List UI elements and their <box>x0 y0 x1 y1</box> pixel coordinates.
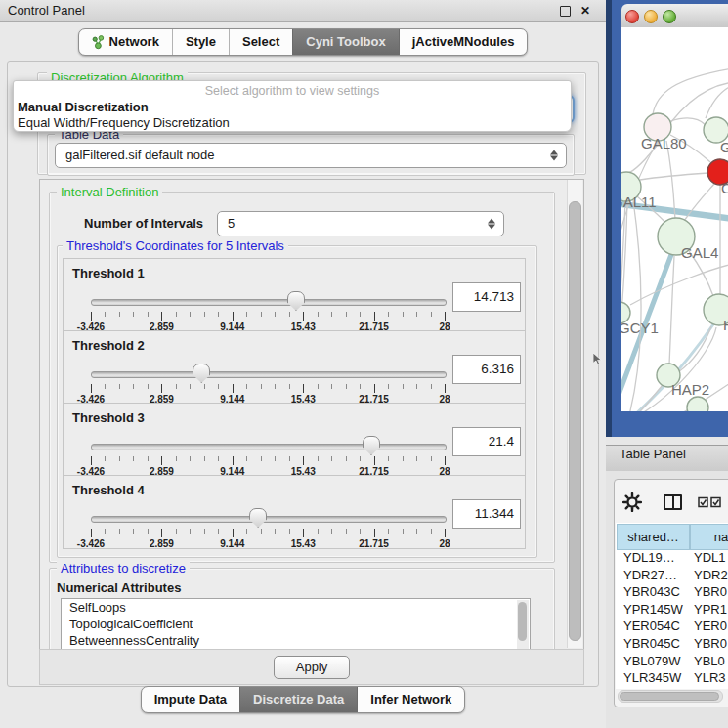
tab-select[interactable]: Select <box>229 29 292 55</box>
tab-impute-data[interactable]: Impute Data <box>142 687 239 712</box>
node-label-gal4: GAL4 <box>681 244 718 261</box>
attribute-list-item[interactable]: SelfLoops <box>62 599 530 616</box>
application-window: Control Panel ✕ Network Style Sel <box>0 0 728 728</box>
threshold-value-field[interactable]: 14.713 <box>452 282 521 312</box>
slider-tick-labels: -3.4262.8599.14415.4321.71528 <box>91 538 445 550</box>
vertical-scrollbar-thumb[interactable] <box>569 201 581 641</box>
tick-label: -3.426 <box>77 538 105 549</box>
threshold-slider[interactable]: -3.4262.8599.14415.4321.71528 <box>91 290 445 329</box>
gear-icon[interactable] <box>622 492 642 512</box>
apply-bar: Apply <box>39 649 584 685</box>
apply-button[interactable]: Apply <box>274 656 350 679</box>
attribute-list-item[interactable]: TopologicalCoefficient <box>62 616 530 632</box>
cell-name: YDL1 <box>694 549 726 567</box>
threshold-slider[interactable]: -3.4262.8599.14415.4321.71528 <box>91 507 445 546</box>
tick-label: 28 <box>439 538 450 549</box>
threshold-label: Threshold 3 <box>72 410 145 425</box>
cell-name: YDR2 <box>694 567 728 584</box>
cell-shared-name: YER054C <box>623 618 680 635</box>
threshold-slider[interactable]: -3.4262.8599.14415.4321.71528 <box>91 363 445 402</box>
table-row[interactable]: YBR045CYBR0 <box>616 635 728 653</box>
tick-label: 15.43 <box>291 538 316 549</box>
table-horizontal-scrollbar-thumb[interactable] <box>620 692 719 701</box>
table-row[interactable]: YDL19…YDL1 <box>616 549 728 567</box>
algorithm-dropdown-popup: Select algorithm to view settings Manual… <box>13 80 572 132</box>
tab-label: Infer Network <box>370 687 451 712</box>
threshold-value-field[interactable]: 11.344 <box>452 499 521 529</box>
slider-thumb-icon[interactable] <box>287 291 305 311</box>
split-columns-icon[interactable] <box>664 494 682 510</box>
close-icon[interactable]: ✕ <box>580 3 590 19</box>
node-label-gal80: GAL80 <box>641 135 687 151</box>
node-label-g: G <box>720 139 728 155</box>
table-row[interactable]: YBR043CYBR0 <box>616 583 728 601</box>
cell-shared-name: YBR043C <box>623 583 680 601</box>
table-row[interactable]: YPR145WYPR1 <box>616 601 728 619</box>
select-columns-icon[interactable] <box>698 496 725 508</box>
table-row[interactable]: YBL079WYBL0 <box>616 653 728 670</box>
slider-track[interactable] <box>91 371 447 378</box>
attr-items: SelfLoopsTopologicalCoefficientBetweenne… <box>62 599 530 649</box>
attributes-scrollbar-thumb[interactable] <box>518 602 527 641</box>
tab-discretize-data[interactable]: Discretize Data <box>239 687 357 712</box>
float-window-icon[interactable] <box>560 6 571 17</box>
control-panel: Control Panel ✕ Network Style Sel <box>0 0 606 728</box>
dropdown-option-manual[interactable]: Manual Discretization <box>18 100 149 114</box>
threshold-slider[interactable]: -3.4262.8599.14415.4321.71528 <box>91 435 445 474</box>
bottom-tab-bar: Impute Data Discretize Data Infer Networ… <box>0 686 606 713</box>
attribute-list-item[interactable]: BetweennessCentrality <box>62 632 530 649</box>
tab-cyni-toolbox[interactable]: Cyni Toolbox <box>292 29 398 55</box>
tick-label: 9.144 <box>220 538 244 549</box>
table-row[interactable]: YER054CYER0 <box>616 618 728 635</box>
cell-name: YBR0 <box>694 635 727 653</box>
thresholds-group-title: Threshold's Coordinates for 5 Intervals <box>63 238 288 253</box>
tab-style[interactable]: Style <box>172 29 229 55</box>
cell-name: YBL0 <box>694 653 725 670</box>
threshold-label: Threshold 2 <box>72 338 145 353</box>
slider-track[interactable] <box>91 299 447 306</box>
node-label-h: H <box>723 317 728 333</box>
numerical-attributes-list[interactable]: SelfLoopsTopologicalCoefficientBetweenne… <box>61 598 531 651</box>
number-of-intervals-combobox[interactable]: 5 <box>217 211 504 236</box>
column-header-shared-name[interactable]: shared… <box>617 524 690 550</box>
slider-thumb-icon[interactable] <box>249 508 267 528</box>
panel-title: Control Panel <box>8 0 85 21</box>
mouse-cursor <box>593 353 603 366</box>
threshold-row: Threshold 2 -3.4262.8599.14415.4321.7152… <box>63 330 526 405</box>
attributes-group-title: Attributes to discretize <box>57 561 190 576</box>
slider-ticks <box>91 384 446 393</box>
network-icon <box>92 35 105 50</box>
cell-name: YER0 <box>694 618 727 635</box>
threshold-row: Threshold 3 -3.4262.8599.14415.4321.7152… <box>63 403 526 477</box>
slider-thumb-icon[interactable] <box>363 436 380 455</box>
tab-label: Cyni Toolbox <box>306 29 385 55</box>
attributes-scrollbar[interactable] <box>517 600 529 649</box>
tab-infer-network[interactable]: Infer Network <box>357 687 464 712</box>
slider-thumb-icon[interactable] <box>193 364 210 383</box>
table-row[interactable]: YLR345WYLR3 <box>616 669 728 687</box>
slider-ticks <box>91 456 446 465</box>
tab-label: jActiveMNodules <box>412 29 515 55</box>
threshold-value-field[interactable]: 6.316 <box>452 355 521 384</box>
threshold-row: Threshold 1 -3.4262.8599.14415.4321.7152… <box>63 258 526 332</box>
tab-network[interactable]: Network <box>79 29 172 55</box>
cell-shared-name: YDR27… <box>623 567 677 584</box>
table-row[interactable]: YDR27…YDR2 <box>616 567 728 584</box>
dropdown-hint: Select algorithm to view settings <box>14 84 571 98</box>
node-bottom[interactable] <box>687 397 708 418</box>
top-tab-bar: Network Style Select Cyni Toolbox jActiv… <box>0 28 606 56</box>
table-data-combobox[interactable]: galFiltered.sif default node <box>55 143 567 168</box>
tab-label: Style <box>186 29 216 55</box>
tab-jactivemnodules[interactable]: jActiveMNodules <box>399 29 528 55</box>
threshold-value-field[interactable]: 21.4 <box>452 427 521 456</box>
tab-label: Select <box>242 29 279 55</box>
dropdown-option-equal-width[interactable]: Equal Width/Frequency Discretization <box>18 115 230 130</box>
cell-shared-name: YBL079W <box>623 653 681 670</box>
table-horizontal-scrollbar[interactable] <box>618 690 723 703</box>
table-panel-title: Table Panel <box>620 447 686 461</box>
slider-track[interactable] <box>91 444 447 450</box>
slider-track[interactable] <box>91 516 447 523</box>
column-header-name[interactable]: name <box>690 524 728 550</box>
number-of-intervals-label: Number of Intervals <box>84 216 203 231</box>
numerical-attributes-label: Numerical Attributes <box>57 580 181 595</box>
